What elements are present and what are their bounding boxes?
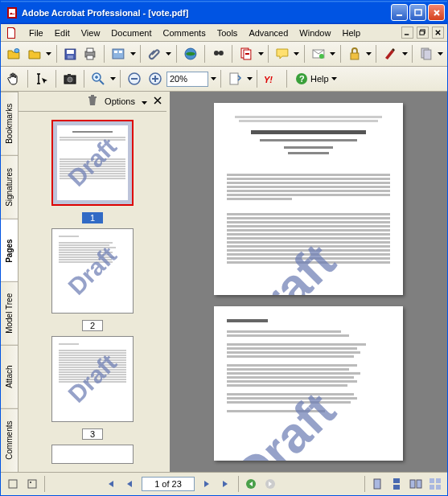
- options-dropdown-icon[interactable]: [142, 96, 147, 106]
- page-thumbnail[interactable]: Draft: [51, 336, 134, 421]
- page-layout-single-button[interactable]: [25, 477, 39, 491]
- page-number-label[interactable]: 2: [82, 320, 103, 331]
- options-label[interactable]: Options: [105, 96, 135, 106]
- zoom-in-button[interactable]: [88, 70, 108, 88]
- document-page: Draft: [214, 103, 403, 295]
- page-layout-button[interactable]: [6, 477, 20, 491]
- tab-bookmarks[interactable]: Bookmarks: [1, 92, 18, 155]
- zoom-out-circle-button[interactable]: [125, 70, 144, 88]
- mdi-restore-button[interactable]: [417, 27, 429, 39]
- print-button[interactable]: [80, 45, 100, 63]
- create-pdf-button[interactable]: [25, 45, 44, 63]
- help-button[interactable]: ? Help: [291, 70, 341, 88]
- menu-comments[interactable]: Comments: [158, 27, 212, 39]
- next-page-button[interactable]: [199, 477, 214, 491]
- yahoo-button[interactable]: Y!: [261, 70, 282, 88]
- mdi-close-button[interactable]: [432, 27, 444, 39]
- close-button[interactable]: [428, 4, 445, 21]
- secure-dropdown[interactable]: [366, 52, 372, 55]
- attach-dropdown[interactable]: [166, 52, 172, 55]
- comment-dropdown[interactable]: [294, 52, 300, 55]
- single-page-view-button[interactable]: [370, 477, 384, 491]
- menu-tools[interactable]: Tools: [212, 27, 244, 39]
- next-view-button[interactable]: [263, 477, 277, 491]
- menu-advanced[interactable]: Advanced: [243, 27, 294, 39]
- facing-view-button[interactable]: [409, 477, 423, 491]
- last-page-button[interactable]: [219, 477, 233, 491]
- window-title: Adobe Acrobat Professional - [vote.pdf]: [22, 8, 391, 18]
- save-button[interactable]: [61, 45, 80, 63]
- zoom-input[interactable]: 20%: [166, 72, 208, 87]
- organizer-dropdown[interactable]: [129, 52, 136, 55]
- minimize-button[interactable]: [391, 4, 408, 21]
- menu-window[interactable]: Window: [294, 27, 336, 39]
- svg-rect-28: [68, 74, 71, 76]
- forms-button[interactable]: [417, 45, 436, 63]
- side-tabs: Bookmarks Signatures Pages Model Tree At…: [1, 92, 18, 472]
- mdi-minimize-button[interactable]: [401, 27, 413, 39]
- maximize-button[interactable]: [409, 4, 426, 21]
- menu-help[interactable]: Help: [336, 27, 366, 39]
- svg-rect-23: [351, 53, 359, 59]
- first-page-button[interactable]: [103, 477, 117, 491]
- snapshot-tool-button[interactable]: [60, 70, 80, 88]
- trash-icon[interactable]: [87, 95, 98, 108]
- svg-rect-38: [9, 480, 17, 488]
- page-thumbnail[interactable]: Draft: [51, 120, 134, 206]
- tab-attachments[interactable]: Attach: [1, 345, 18, 408]
- menu-view[interactable]: View: [76, 27, 106, 39]
- page-number-label[interactable]: 3: [82, 428, 103, 440]
- organizer-button[interactable]: [109, 45, 128, 63]
- page-thumbnail[interactable]: Draft: [51, 228, 134, 314]
- open-button[interactable]: [4, 45, 23, 63]
- menu-file[interactable]: File: [23, 27, 49, 39]
- svg-rect-25: [424, 50, 431, 59]
- fit-dropdown[interactable]: [246, 77, 253, 80]
- tab-model-tree[interactable]: Model Tree: [1, 281, 18, 345]
- menu-edit[interactable]: Edit: [49, 27, 76, 39]
- email-button[interactable]: [181, 45, 200, 63]
- select-tool-button[interactable]: [32, 70, 51, 88]
- zoom-in-dropdown[interactable]: [109, 77, 116, 80]
- tab-pages[interactable]: Pages: [1, 219, 18, 282]
- prev-view-button[interactable]: [244, 477, 258, 491]
- create-pdf-dropdown[interactable]: [46, 52, 52, 55]
- sign-dropdown[interactable]: [401, 52, 408, 55]
- pages-panel: Options Draft 1 Draft 2 Draft: [18, 92, 170, 472]
- fit-page-button[interactable]: [225, 70, 245, 88]
- zoom-in-circle-button[interactable]: [146, 70, 165, 88]
- titlebar: Adobe Acrobat Professional - [vote.pdf]: [1, 1, 447, 24]
- svg-point-27: [68, 77, 72, 82]
- continuous-facing-view-button[interactable]: [428, 477, 442, 491]
- svg-rect-50: [430, 485, 434, 490]
- pages-panel-header: Options: [18, 92, 166, 112]
- attach-button[interactable]: [145, 45, 164, 63]
- thumbnails-list[interactable]: Draft 1 Draft 2 Draft 3: [18, 112, 166, 472]
- zoom-dropdown[interactable]: [210, 77, 216, 80]
- send-review-dropdown[interactable]: [330, 52, 336, 55]
- page-number-input[interactable]: 1 of 23: [142, 477, 195, 491]
- comment-button[interactable]: [273, 45, 292, 63]
- svg-rect-14: [119, 51, 122, 53]
- page-number-label[interactable]: 1: [82, 212, 103, 223]
- tab-comments[interactable]: Comments: [1, 408, 18, 472]
- continuous-view-button[interactable]: [389, 477, 404, 491]
- svg-rect-43: [374, 479, 380, 489]
- create-multiple-dropdown[interactable]: [257, 52, 264, 55]
- create-from-multiple-button[interactable]: [236, 45, 256, 63]
- page-thumbnail[interactable]: [51, 445, 134, 464]
- secure-button[interactable]: [345, 45, 364, 63]
- search-button[interactable]: [209, 45, 228, 63]
- sign-button[interactable]: [380, 45, 400, 63]
- tab-signatures[interactable]: Signatures: [1, 155, 18, 219]
- hand-tool-button[interactable]: [4, 70, 23, 88]
- prev-page-button[interactable]: [122, 477, 137, 491]
- forms-dropdown[interactable]: [438, 52, 444, 55]
- send-review-button[interactable]: [309, 45, 328, 63]
- svg-rect-4: [420, 31, 424, 35]
- menu-document[interactable]: Document: [105, 27, 157, 39]
- svg-rect-45: [393, 485, 400, 490]
- document-area[interactable]: Draft Draft: [170, 92, 447, 472]
- close-panel-icon[interactable]: [154, 96, 162, 106]
- svg-rect-40: [30, 482, 31, 483]
